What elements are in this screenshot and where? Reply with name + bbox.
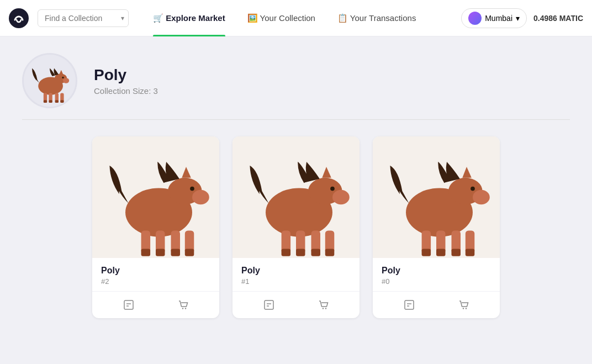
network-chevron-icon: ▾ [516,14,520,23]
svg-point-18 [190,187,194,191]
svg-point-37 [330,187,335,191]
logo-icon [9,8,29,28]
nft-card-1-title: Poly [241,266,351,276]
nft-card-1-actions [232,291,360,318]
nft-card-2-image [373,136,500,258]
svg-rect-44 [282,249,290,256]
nft-card-0-horse [92,136,219,258]
collection-title: Poly [94,66,158,84]
network-avatar-icon [468,12,482,25]
svg-point-56 [471,187,475,191]
nft-card-1-list-button[interactable] [259,297,279,313]
svg-point-30 [182,308,183,309]
svg-point-35 [332,190,350,204]
svg-rect-23 [171,249,181,256]
svg-rect-26 [156,249,165,256]
svg-rect-12 [49,100,52,103]
cards-grid: Poly #2 [22,136,570,318]
svg-rect-62 [466,249,475,256]
svg-point-50 [325,308,326,309]
nft-card-0-list-button[interactable] [119,297,139,313]
svg-rect-25 [141,249,151,256]
svg-point-16 [192,190,209,204]
navbar: ▾ 🛒 Explore Market 🖼️ Your Collection 📋 … [0,0,592,36]
nav-links: 🛒 Explore Market 🖼️ Your Collection 📋 Yo… [142,0,457,36]
svg-point-4 [62,77,64,78]
collection-avatar [22,53,77,108]
collection-info: Poly Collection Size: 3 [94,66,158,96]
svg-rect-42 [311,249,321,256]
nft-card-2: Poly #0 [373,136,500,318]
nft-card-2-cart-button[interactable] [454,297,474,313]
wallet-balance: 0.4986 MATIC [533,14,583,23]
nav-link-your-transactions[interactable]: 📋 Your Transactions [326,0,427,36]
collection-header: Poly Collection Size: 3 [22,53,570,108]
svg-rect-63 [422,249,431,256]
find-collection-input[interactable] [38,9,129,27]
svg-point-69 [465,308,466,309]
divider [22,119,570,120]
nav-link-your-collection[interactable]: 🖼️ Your Collection [236,0,326,36]
network-label: Mumbai [485,14,512,23]
find-collection-wrapper[interactable]: ▾ [38,9,129,27]
nft-card-2-actions [373,291,500,318]
collection-size: Collection Size: 3 [94,86,158,96]
nft-card-1-horse [232,136,360,258]
svg-point-31 [184,308,186,309]
svg-point-68 [462,308,463,309]
svg-rect-11 [44,100,47,103]
svg-rect-24 [185,249,194,256]
nft-card-1-cart-button[interactable] [314,297,334,313]
svg-point-54 [473,190,490,204]
svg-point-49 [322,308,323,309]
nft-card-1-id: #1 [241,277,351,286]
nft-card-0-title: Poly [101,266,210,276]
nft-card-2-id: #0 [382,277,491,286]
nft-card-2-title: Poly [382,266,491,276]
network-selector-button[interactable]: Mumbai ▾ [461,8,527,28]
svg-point-2 [63,78,69,83]
nav-right: Mumbai ▾ 0.4986 MATIC [461,8,583,28]
nft-card-0-body: Poly #2 [92,258,219,291]
nft-card-1-body: Poly #1 [232,258,360,291]
nav-link-explore-market[interactable]: 🛒 Explore Market [142,0,236,36]
main-content: Poly Collection Size: 3 [0,36,592,335]
svg-rect-46 [265,300,273,309]
nft-card-0-actions [92,291,219,318]
svg-marker-3 [60,70,63,74]
nft-card-2-body: Poly #0 [373,258,500,291]
svg-rect-45 [296,249,305,256]
svg-rect-64 [436,249,446,256]
nft-card-1-image [232,136,360,258]
nft-card-2-list-button[interactable] [399,297,419,313]
svg-rect-10 [60,100,64,103]
nft-card-1: Poly #1 [232,136,360,318]
svg-rect-43 [325,249,335,256]
nft-card-0-cart-button[interactable] [173,297,193,313]
svg-rect-27 [124,300,133,309]
nft-card-0-id: #2 [101,277,210,286]
svg-rect-9 [55,100,59,103]
nft-card-0: Poly #2 [92,136,219,318]
nft-card-2-horse [373,136,500,258]
nft-card-0-image [92,136,219,258]
svg-rect-65 [405,300,414,309]
svg-rect-61 [452,249,461,256]
collection-avatar-image [28,59,72,103]
